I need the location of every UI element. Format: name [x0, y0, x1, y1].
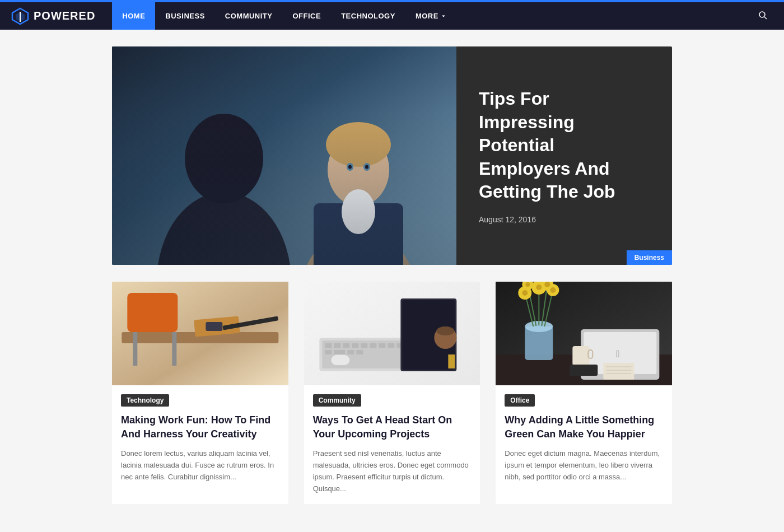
svg-rect-73 — [604, 363, 634, 380]
svg-rect-32 — [361, 343, 367, 348]
svg-point-66 — [545, 282, 550, 287]
card-body-technology: Technology Making Work Fun: How To Find … — [112, 385, 288, 492]
hero-image-bg — [112, 46, 456, 265]
nav-item-business[interactable]: BUSINESS — [155, 2, 214, 30]
svg-line-4 — [764, 17, 767, 19]
cards-grid: Technology Making Work Fun: How To Find … — [112, 282, 672, 504]
svg-point-62 — [522, 290, 528, 296]
nav-item-technology[interactable]: TECHNOLOGY — [331, 2, 405, 30]
svg-point-3 — [759, 12, 765, 17]
svg-rect-20 — [133, 332, 137, 366]
card-body-community: Community Ways To Get A Head Start On Yo… — [304, 385, 480, 504]
hero-content: Tips For Impressing Potential Employers … — [456, 46, 672, 265]
nav-item-community[interactable]: COMMUNITY — [215, 2, 283, 30]
card-image-community — [304, 282, 480, 385]
main-wrapper: Tips For Impressing Potential Employers … — [101, 46, 683, 504]
card-community: Community Ways To Get A Head Start On Yo… — [304, 282, 480, 504]
svg-rect-40 — [347, 350, 354, 354]
svg-rect-45 — [330, 354, 350, 366]
nav-link-business[interactable]: BUSINESS — [155, 2, 214, 30]
nav-links: HOME BUSINESS COMMUNITY OFFICE TECHNOLOG… — [112, 2, 753, 30]
card-title-technology: Making Work Fun: How To Find And Harness… — [121, 413, 279, 441]
nav-link-community[interactable]: COMMUNITY — [215, 2, 283, 30]
svg-rect-38 — [325, 350, 332, 354]
nav-item-home[interactable]: HOME — [112, 2, 155, 30]
hero-image — [112, 46, 456, 265]
card-title-office: Why Adding A Little Something Green Can … — [505, 413, 663, 441]
nav-link-technology[interactable]: TECHNOLOGY — [331, 2, 405, 30]
card-excerpt-office: Donec eget dictum magna. Maecenas interd… — [505, 448, 663, 483]
svg-point-47 — [436, 326, 454, 335]
card-office:  Office Why Adding A Little Something G… — [496, 282, 672, 504]
svg-rect-30 — [343, 343, 349, 348]
svg-point-65 — [526, 282, 530, 287]
main-nav: POWERED HOME BUSINESS COMMUNITY OFFICE T… — [0, 2, 784, 30]
hero-date: August 12, 2016 — [479, 215, 650, 224]
nav-link-home[interactable]: HOME — [112, 2, 155, 30]
svg-rect-29 — [334, 343, 340, 348]
svg-point-63 — [536, 284, 542, 290]
hero-title: Tips For Impressing Potential Employers … — [479, 87, 650, 204]
nav-link-more[interactable]: MORE — [405, 2, 456, 30]
nav-item-office[interactable]: OFFICE — [282, 2, 331, 30]
logo-icon — [11, 7, 29, 25]
svg-rect-28 — [325, 343, 332, 348]
card-badge-technology[interactable]: Technology — [121, 394, 169, 407]
nav-item-more[interactable]: MORE — [405, 2, 456, 30]
desk-illustration — [112, 282, 288, 385]
search-icon — [758, 11, 767, 20]
chevron-down-icon — [441, 13, 446, 19]
svg-rect-33 — [370, 343, 376, 348]
svg-rect-70 — [573, 346, 590, 366]
card-badge-office[interactable]: Office — [505, 394, 535, 407]
svg-point-64 — [550, 287, 556, 293]
notebook-illustration — [304, 282, 480, 385]
card-excerpt-technology: Donec lorem lectus, varius aliquam lacin… — [121, 448, 279, 483]
nav-link-office[interactable]: OFFICE — [282, 2, 331, 30]
card-badge-community[interactable]: Community — [313, 394, 361, 407]
svg-rect-41 — [356, 350, 363, 354]
flowers-illustration:  — [496, 282, 672, 385]
card-image-technology — [112, 282, 288, 385]
brand-name: POWERED — [34, 10, 95, 22]
hero-section: Tips For Impressing Potential Employers … — [112, 46, 672, 265]
svg-rect-35 — [388, 343, 394, 348]
card-image-office:  — [496, 282, 672, 385]
svg-text::  — [617, 348, 620, 360]
svg-rect-31 — [352, 343, 358, 348]
svg-rect-34 — [379, 343, 385, 348]
svg-rect-21 — [172, 332, 176, 366]
card-excerpt-community: Praesent sed nisl venenatis, luctus ante… — [313, 448, 472, 494]
svg-rect-44 — [448, 354, 455, 368]
search-button[interactable] — [753, 11, 773, 22]
svg-rect-72 — [570, 365, 598, 376]
card-technology: Technology Making Work Fun: How To Find … — [112, 282, 288, 504]
card-body-office: Office Why Adding A Little Something Gre… — [496, 385, 672, 492]
svg-rect-24 — [206, 322, 222, 331]
svg-rect-19 — [127, 293, 178, 332]
brand-logo[interactable]: POWERED — [11, 7, 95, 25]
svg-rect-39 — [334, 350, 345, 354]
hero-image-overlay — [112, 112, 456, 265]
card-title-community: Ways To Get A Head Start On Your Upcomin… — [313, 413, 472, 441]
hero-category-badge[interactable]: Business — [627, 250, 672, 265]
